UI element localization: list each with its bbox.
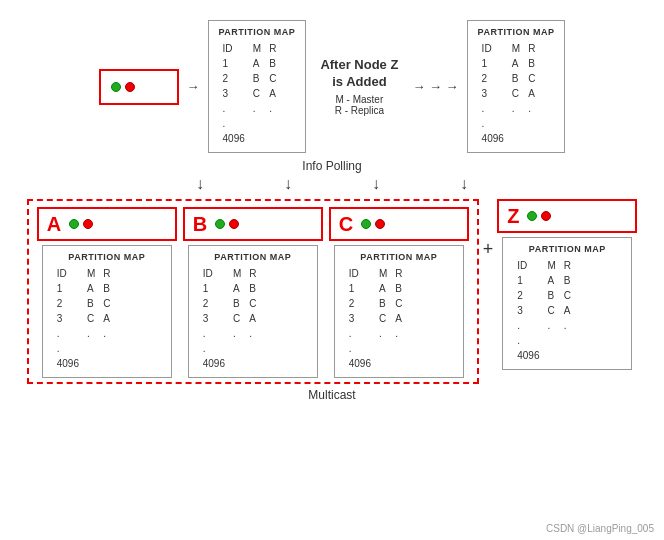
- node-c-dots: [361, 219, 385, 229]
- node-a-dots: [69, 219, 93, 229]
- legend-replica: R - Replica: [320, 105, 398, 116]
- top-node-dots: [111, 82, 135, 92]
- dot-b-red: [229, 219, 239, 229]
- dot-green-1: [111, 82, 121, 92]
- table-a: PARTITION MAP IDMR 1AB 2BC 3CA ... . 409…: [42, 245, 172, 378]
- dot-c-red: [375, 219, 385, 229]
- node-z-dots: [527, 211, 551, 221]
- node-a-letter: A: [47, 213, 61, 236]
- right-table-title: PARTITION MAP: [478, 27, 555, 37]
- main-diagram: → PARTITION MAP IDMR 1AB 2BC 3CA ... . 4…: [0, 0, 664, 540]
- bottom-node-c: C PARTITION MAP IDMR 1AB 2BC 3CA ... .: [329, 207, 469, 378]
- watermark: CSDN @LiangPing_005: [546, 523, 654, 534]
- dot-z-red: [541, 211, 551, 221]
- down-arrow-2: ↓: [284, 175, 292, 193]
- left-partition-table: PARTITION MAP IDMR 1AB 2BC 3CA ... . 409…: [208, 20, 307, 153]
- bottom-section: A PARTITION MAP IDMR 1AB 2BC 3CA ... .: [10, 199, 654, 384]
- left-table-title: PARTITION MAP: [219, 27, 296, 37]
- triple-arrow: → → →: [412, 79, 458, 94]
- after-label-line2: is Added: [320, 74, 398, 91]
- node-b-letter: B: [193, 213, 207, 236]
- bottom-node-z: Z PARTITION MAP IDMR 1AB 2BC 3CA ... . 4…: [497, 199, 637, 370]
- top-section: → PARTITION MAP IDMR 1AB 2BC 3CA ... . 4…: [10, 20, 654, 153]
- table-c: PARTITION MAP IDMR 1AB 2BC 3CA ... . 409…: [334, 245, 464, 378]
- dot-a-green: [69, 219, 79, 229]
- bottom-node-a: A PARTITION MAP IDMR 1AB 2BC 3CA ... .: [37, 207, 177, 378]
- arrow-right-1: →: [187, 79, 200, 94]
- node-c-box: C: [329, 207, 469, 241]
- multicast-label: Multicast: [10, 388, 654, 402]
- table-a-title: PARTITION MAP: [53, 252, 161, 262]
- dot-a-red: [83, 219, 93, 229]
- table-z-title: PARTITION MAP: [513, 244, 621, 254]
- down-arrow-3: ↓: [372, 175, 380, 193]
- node-z-letter: Z: [507, 205, 519, 228]
- right-partition-table: PARTITION MAP IDMR 1AB 2BC 3CA ... . 409…: [467, 20, 566, 153]
- plus-sign: +: [483, 239, 494, 260]
- multicast-group: A PARTITION MAP IDMR 1AB 2BC 3CA ... .: [27, 199, 479, 384]
- down-arrow-4: ↓: [460, 175, 468, 193]
- node-b-dots: [215, 219, 239, 229]
- table-b: PARTITION MAP IDMR 1AB 2BC 3CA ... . 409…: [188, 245, 318, 378]
- table-c-title: PARTITION MAP: [345, 252, 453, 262]
- left-table: IDMR 1AB 2BC 3CA ... . 4096: [219, 41, 281, 146]
- after-node-label: After Node Z is Added M - Master R - Rep…: [320, 57, 398, 117]
- after-label-line1: After Node Z: [320, 57, 398, 74]
- bottom-node-b: B PARTITION MAP IDMR 1AB 2BC 3CA ... .: [183, 207, 323, 378]
- dot-z-green: [527, 211, 537, 221]
- down-arrows-row: ↓ ↓ ↓ ↓: [10, 175, 654, 193]
- right-table: IDMR 1AB 2BC 3CA ... . 4096: [478, 41, 540, 146]
- table-z: PARTITION MAP IDMR 1AB 2BC 3CA ... . 409…: [502, 237, 632, 370]
- legend-master: M - Master: [320, 94, 398, 105]
- dot-red-1: [125, 82, 135, 92]
- down-arrow-1: ↓: [196, 175, 204, 193]
- info-polling-label: Info Polling: [10, 159, 654, 173]
- dot-b-green: [215, 219, 225, 229]
- top-node-box: [99, 69, 179, 105]
- legend: M - Master R - Replica: [320, 94, 398, 116]
- node-b-box: B: [183, 207, 323, 241]
- node-z-box: Z: [497, 199, 637, 233]
- dot-c-green: [361, 219, 371, 229]
- node-a-box: A: [37, 207, 177, 241]
- node-c-letter: C: [339, 213, 353, 236]
- table-b-title: PARTITION MAP: [199, 252, 307, 262]
